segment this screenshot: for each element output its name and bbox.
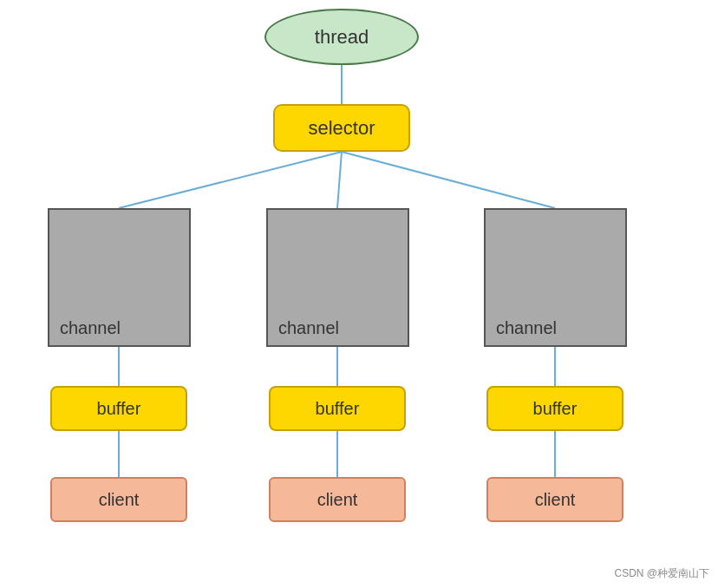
buffer-label-3: buffer: [533, 399, 578, 419]
thread-node: thread: [264, 9, 419, 65]
channel-label-2: channel: [278, 318, 339, 338]
client-node-1: client: [50, 477, 187, 522]
thread-label: thread: [315, 26, 369, 49]
channel-node-1: channel: [48, 208, 191, 347]
client-label-3: client: [535, 490, 576, 510]
svg-line-3: [342, 152, 555, 208]
client-node-3: client: [486, 477, 623, 522]
client-label-1: client: [99, 490, 140, 510]
client-node-2: client: [269, 477, 406, 522]
watermark: CSDN @种爱南山下: [614, 566, 709, 581]
buffer-node-2: buffer: [269, 386, 406, 431]
client-label-2: client: [317, 490, 358, 510]
channel-node-2: channel: [266, 208, 409, 347]
channel-label-3: channel: [496, 318, 557, 338]
svg-line-2: [337, 152, 342, 208]
svg-line-1: [119, 152, 342, 208]
channel-node-3: channel: [484, 208, 627, 347]
selector-node: selector: [273, 104, 410, 152]
buffer-label-1: buffer: [97, 399, 141, 419]
selector-label: selector: [308, 117, 375, 140]
buffer-node-3: buffer: [486, 386, 623, 431]
diagram-container: thread selector channel channel channel …: [0, 0, 718, 588]
channel-label-1: channel: [60, 318, 121, 338]
buffer-node-1: buffer: [50, 386, 187, 431]
buffer-label-2: buffer: [316, 399, 360, 419]
